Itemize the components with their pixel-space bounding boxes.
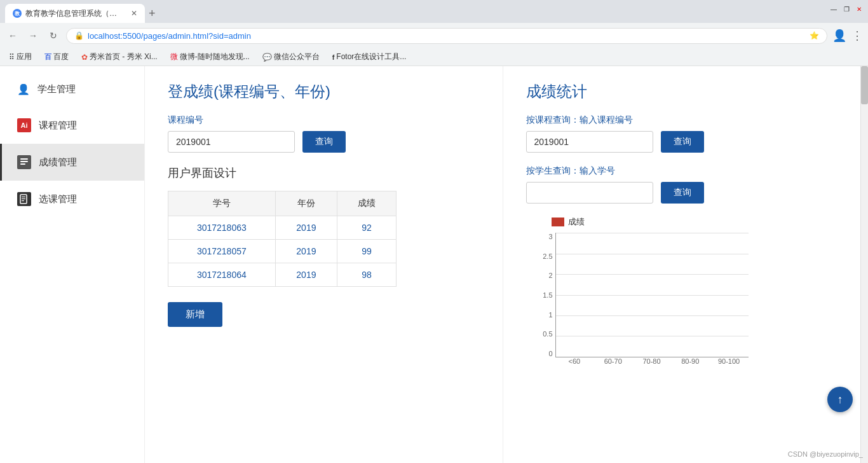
book-icon [17, 192, 31, 206]
right-student-query-button[interactable]: 查询 [661, 182, 704, 204]
svg-rect-4 [22, 197, 25, 197]
forward-button[interactable]: → [25, 28, 41, 43]
bookmark-apps[interactable]: ⠿ 应用 [5, 50, 36, 64]
sidebar-item-select[interactable]: 选课管理 [0, 181, 144, 218]
cell-score: 98 [337, 263, 397, 287]
add-score-button[interactable]: 新增 [168, 302, 222, 327]
sidebar-item-course[interactable]: Ai 课程管理 [0, 107, 144, 144]
cell-score: 99 [337, 240, 397, 263]
minimize-button[interactable]: — [830, 5, 837, 13]
course-query-button[interactable]: 查询 [302, 131, 346, 153]
back-button[interactable]: ← [5, 28, 20, 43]
right-course-no-input[interactable] [526, 131, 653, 153]
svg-rect-1 [20, 161, 28, 162]
sidebar-item-student[interactable]: 👤 学生管理 [0, 71, 144, 107]
table-row: 3017218063 2019 92 [168, 216, 397, 240]
right-panel-title: 成绩统计 [526, 81, 838, 102]
bookmarks-bar: ⠿ 应用 百 百度 ✿ 秀米首页 - 秀米 Xi... 微 微博-随时随地发现.… [0, 48, 868, 66]
close-button[interactable]: ✕ [855, 5, 863, 13]
chart-plot-area [555, 233, 749, 357]
legend-label-score: 成绩 [568, 216, 585, 228]
watermark: CSDN @biyezuopinvip_ [788, 450, 863, 458]
scrollbar[interactable] [860, 66, 868, 463]
sidebar-label-select: 选课管理 [39, 193, 77, 205]
x-label-80-90: 80-90 [671, 357, 710, 373]
bookmark-baidu[interactable]: 百 百度 [41, 50, 72, 64]
address-bar[interactable]: 🔒 localhost:5500/pages/admin.html?sid=ad… [66, 28, 827, 44]
table-row: 3017218064 2019 98 [168, 263, 397, 287]
col-header-score: 成绩 [337, 191, 397, 216]
score-chart: 3 2.5 2 1.5 1 0.5 0 [532, 233, 749, 373]
scroll-up-icon: ↑ [837, 393, 843, 406]
score-icon [17, 155, 31, 169]
course-query-label: 按课程查询：输入课程编号 [526, 114, 838, 126]
sidebar-label-student: 学生管理 [37, 83, 76, 95]
scroll-to-top-button[interactable]: ↑ [827, 387, 853, 412]
chart-bars [556, 233, 749, 357]
active-tab[interactable]: 教 教育教学信息管理系统（管理员） ✕ [5, 4, 145, 23]
svg-rect-0 [20, 158, 28, 160]
tab-title: 教育教学信息管理系统（管理员） [25, 8, 123, 19]
x-label-70-80: 70-80 [632, 357, 671, 373]
tab-bar: 教 教育教学信息管理系统（管理员） ✕ + — ❐ ✕ [0, 0, 868, 23]
cell-student-id: 3017218057 [168, 240, 276, 263]
col-header-year: 年份 [275, 191, 337, 216]
legend-color-score [552, 218, 564, 226]
apps-icon: ⠿ [9, 53, 15, 62]
svg-rect-2 [20, 163, 25, 165]
sidebar-item-score[interactable]: 成绩管理 [0, 144, 144, 181]
bookmark-wechat[interactable]: 💬 微信公众平台 [259, 50, 323, 64]
cell-student-id: 3017218063 [168, 216, 276, 240]
cell-year: 2019 [275, 216, 337, 240]
table-row: 3017218057 2019 99 [168, 240, 397, 263]
wechat-icon: 💬 [262, 53, 272, 62]
sidebar: 👤 学生管理 Ai 课程管理 成绩管理 [0, 66, 145, 463]
cell-year: 2019 [275, 240, 337, 263]
right-course-query-button[interactable]: 查询 [661, 131, 704, 153]
right-panel: 成绩统计 按课程查询：输入课程编号 查询 按学生查询：输入学号 查询 成绩 3 … [503, 66, 861, 463]
address-text: localhost:5500/pages/admin.html?sid=admi… [88, 31, 806, 41]
window-controls: — ❐ ✕ [825, 0, 868, 18]
cell-year: 2019 [275, 263, 337, 287]
bookmark-xm[interactable]: ✿ 秀米首页 - 秀米 Xi... [78, 50, 161, 64]
course-name-display: 用户界面设计 [168, 165, 480, 181]
scrollbar-thumb[interactable] [861, 66, 868, 104]
svg-rect-6 [22, 200, 24, 201]
x-label-90-100: 90-100 [710, 357, 749, 373]
col-header-student-id: 学号 [168, 191, 276, 216]
restore-button[interactable]: ❐ [843, 5, 850, 13]
left-panel-title: 登成绩(课程编号、年份) [168, 81, 480, 102]
left-panel: 登成绩(课程编号、年份) 课程编号 查询 用户界面设计 学号 年份 成绩 301… [145, 66, 503, 463]
sidebar-label-score: 成绩管理 [39, 156, 77, 169]
xm-icon: ✿ [81, 53, 88, 62]
cell-student-id: 3017218064 [168, 263, 276, 287]
x-label-lt60: <60 [555, 357, 594, 373]
chart-x-labels: <60 60-70 70-80 80-90 90-100 [555, 357, 749, 373]
browser-controls: ← → ↻ 🔒 localhost:5500/pages/admin.html?… [0, 23, 868, 48]
right-student-no-input[interactable] [526, 182, 653, 204]
bookmark-fotor[interactable]: f Fotor在线设计工具... [329, 50, 410, 64]
weibo-icon: 微 [170, 52, 178, 62]
cell-score: 92 [337, 216, 397, 240]
tab-favicon: 教 [13, 9, 22, 18]
fotor-icon: f [332, 53, 335, 61]
tab-close-button[interactable]: ✕ [131, 9, 137, 18]
svg-rect-5 [22, 198, 25, 199]
new-tab-button[interactable]: + [149, 8, 156, 19]
scores-table: 学号 年份 成绩 3017218063 2019 92 3017218057 2… [168, 191, 397, 287]
course-query-row: 查询 [168, 131, 480, 153]
course-no-label: 课程编号 [168, 114, 480, 126]
right-student-query-row: 查询 [526, 182, 838, 204]
bookmark-weibo[interactable]: 微 微博-随时随地发现... [166, 50, 254, 64]
profile-icon[interactable]: 👤 [832, 29, 846, 43]
chart-legend: 成绩 [552, 216, 838, 228]
chart-y-axis: 3 2.5 2 1.5 1 0.5 0 [532, 233, 555, 357]
course-icon: Ai [17, 118, 31, 132]
refresh-button[interactable]: ↻ [46, 28, 61, 43]
menu-icon[interactable]: ⋮ [851, 29, 863, 43]
course-no-input[interactable] [168, 131, 295, 153]
baidu-icon: 百 [44, 52, 51, 62]
x-label-60-70: 60-70 [593, 357, 632, 373]
student-query-label: 按学生查询：输入学号 [526, 165, 838, 177]
person-icon: 👤 [17, 83, 30, 95]
